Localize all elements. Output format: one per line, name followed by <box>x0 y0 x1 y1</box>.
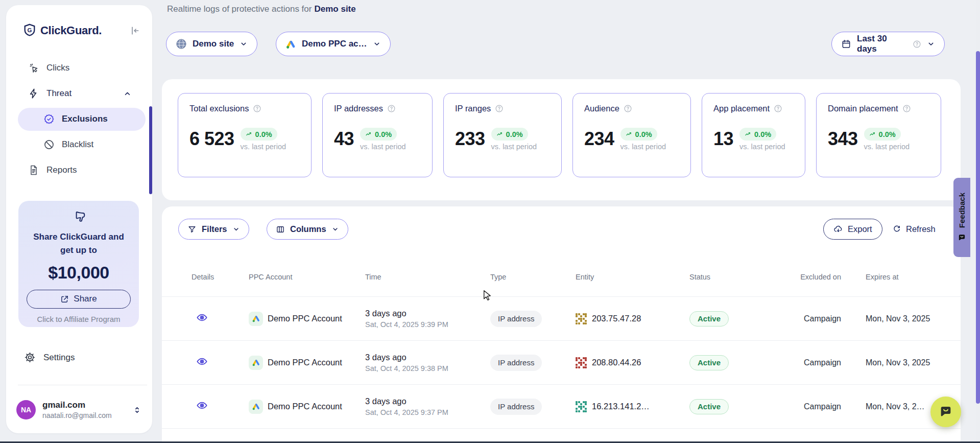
view-details-button[interactable] <box>196 312 208 323</box>
stat-caption: vs. last period <box>620 143 666 151</box>
entity-value: 208.80.44.26 <box>592 358 641 367</box>
view-details-button[interactable] <box>196 400 208 411</box>
stat-card-app-placement: App placement 13 0.0% vs. last period <box>702 93 805 177</box>
chat-widget-button[interactable] <box>930 397 961 427</box>
google-ads-icon <box>285 39 296 50</box>
time-absolute: Sat, Oct 4, 2025 9:37 PM <box>365 408 490 416</box>
share-button[interactable]: Share <box>27 290 131 309</box>
col-header-entity: Entity <box>576 273 689 281</box>
chevron-up-icon <box>123 89 132 98</box>
stat-label: Total exclusions <box>189 104 249 113</box>
refresh-label: Refresh <box>906 224 936 234</box>
stats-panel: Total exclusions 6 523 0.0% vs. last per… <box>162 79 961 200</box>
stat-delta: 0.0% <box>754 130 771 138</box>
sidebar-item-reports[interactable]: Reports <box>6 157 152 183</box>
export-label: Export <box>848 224 872 234</box>
question-icon[interactable] <box>902 104 911 113</box>
ban-icon <box>43 139 55 150</box>
date-range-selector[interactable]: Last 30 days <box>831 32 945 56</box>
share-button-label: Share <box>74 294 97 304</box>
col-header-time: Time <box>365 273 490 281</box>
ppc-account-selector[interactable]: Demo PPC ac… <box>276 32 391 56</box>
entity-identicon <box>576 313 587 324</box>
avatar: NA <box>16 400 36 419</box>
status-badge: Active <box>689 355 729 370</box>
table-row[interactable]: Demo PPC Account 3 days agoSat, Oct 4, 2… <box>162 296 961 340</box>
sidebar-item-clicks[interactable]: Clicks <box>6 55 152 81</box>
expires-at-value: Mon, Nov 3, 2025 <box>866 358 961 367</box>
stat-label: Audience <box>584 104 619 113</box>
status-badge: Active <box>689 311 729 327</box>
stat-label: IP addresses <box>334 104 383 113</box>
columns-label: Columns <box>290 224 326 234</box>
cursor-click-icon <box>28 62 39 74</box>
sidebar-scrollbar[interactable] <box>149 106 152 194</box>
stat-delta: 0.0% <box>375 130 392 138</box>
megaphone-icon <box>71 209 86 224</box>
feedback-label: Feedback <box>958 193 966 228</box>
sidebar-collapse-icon[interactable] <box>130 26 140 36</box>
table-row[interactable]: Demo PPC Account 3 days agoSat, Oct 4, 2… <box>162 384 961 428</box>
settings-label: Settings <box>43 353 75 363</box>
external-link-icon <box>60 295 69 304</box>
account-switcher[interactable]: NA gmail.com naatali.ro@gmail.com <box>16 400 142 419</box>
stat-value: 343 <box>828 128 858 150</box>
cloud-download-icon <box>833 224 843 234</box>
stat-delta: 0.0% <box>879 130 896 138</box>
funnel-icon <box>187 225 197 234</box>
gear-icon <box>24 352 36 363</box>
col-header-expires-at: Expires at <box>866 273 961 281</box>
stat-caption: vs. last period <box>864 143 910 151</box>
trend-up-icon <box>869 131 876 138</box>
chevron-down-icon <box>240 40 248 48</box>
site-selector[interactable]: Demo site <box>166 32 257 56</box>
columns-button[interactable]: Columns <box>267 219 348 240</box>
sidebar-item-label: Blacklist <box>62 139 93 150</box>
lightning-icon <box>28 88 39 99</box>
filters-button[interactable]: Filters <box>178 219 249 240</box>
entity-identicon <box>576 401 587 412</box>
stat-card-domain-placement: Domain placement 343 0.0% vs. last perio… <box>816 93 941 177</box>
page-scrollbar-thumb[interactable] <box>976 51 980 404</box>
refresh-button[interactable]: Refresh <box>892 219 936 240</box>
question-icon[interactable] <box>495 104 504 113</box>
affiliate-promo-card[interactable]: Share ClickGuard and get up to $10,000 S… <box>18 201 139 327</box>
export-button[interactable]: Export <box>823 219 882 240</box>
question-icon[interactable] <box>624 104 632 113</box>
chat-bubble-icon <box>939 405 953 419</box>
sidebar-item-settings[interactable]: Settings <box>24 352 75 363</box>
table-row[interactable]: Demo PPC Account 3 days agoSat, Oct 4, 2… <box>162 340 961 384</box>
excluded-on-value: Campaign <box>789 314 866 323</box>
ppc-account-selector-label: Demo PPC ac… <box>302 39 367 49</box>
entity-value: 16.213.141.2… <box>592 402 650 411</box>
page-subtitle: Realtime logs of protective actions forD… <box>167 4 356 14</box>
promo-heading-line1: Share ClickGuard and <box>18 230 139 244</box>
trend-up-icon <box>496 131 504 138</box>
stat-delta: 0.0% <box>635 130 652 138</box>
brand-logo: G ClickGuard. <box>23 24 102 37</box>
stat-card-audience: Audience 234 0.0% vs. last period <box>572 93 691 177</box>
chevron-down-icon <box>373 40 381 48</box>
question-icon[interactable] <box>387 104 396 113</box>
stat-value: 234 <box>584 128 614 150</box>
table-body: Demo PPC Account 3 days agoSat, Oct 4, 2… <box>162 296 961 443</box>
google-ads-icon <box>249 312 263 326</box>
chevron-down-icon <box>927 40 935 48</box>
question-icon[interactable] <box>774 104 782 113</box>
stat-value: 6 523 <box>189 128 234 150</box>
view-details-button[interactable] <box>196 356 208 367</box>
calendar-icon <box>841 39 851 49</box>
excluded-on-value: Campaign <box>789 358 866 367</box>
sidebar-item-threat[interactable]: Threat <box>6 81 152 106</box>
feedback-tab[interactable]: Feedback <box>953 178 970 257</box>
sidebar-item-blacklist[interactable]: Blacklist <box>6 132 152 157</box>
stat-label: Domain placement <box>828 104 898 113</box>
question-icon[interactable] <box>253 104 261 113</box>
document-icon <box>28 165 39 176</box>
sidebar-nav: Clicks Threat Exclusions <box>6 55 152 183</box>
type-badge: IP address <box>490 311 542 327</box>
trend-up-icon <box>626 131 633 138</box>
sidebar-item-exclusions[interactable]: Exclusions <box>6 106 152 132</box>
stat-label: App placement <box>713 104 770 113</box>
table-row[interactable]: 3 days ago <box>162 428 961 443</box>
